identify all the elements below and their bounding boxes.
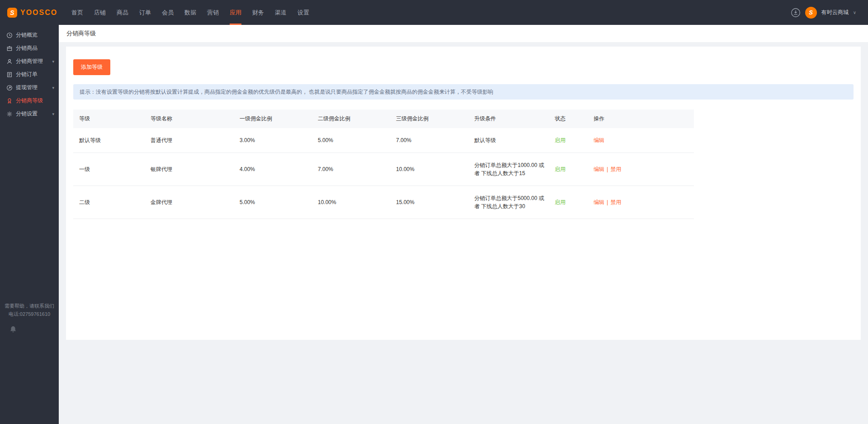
top-nav-item[interactable]: 会员 — [156, 0, 179, 25]
grade-icon — [6, 98, 13, 104]
main-content: 分销商等级 添加等级 提示：没有设置等级的分销将按默认设置计算提成，商品指定的佣… — [59, 25, 868, 424]
table-row: 一级银牌代理4.00%7.00%10.00%分销订单总额大于1000.00 或者… — [73, 153, 694, 186]
download-icon[interactable] — [791, 8, 801, 18]
top-nav-item[interactable]: 财务 — [247, 0, 269, 25]
help-text: 需要帮助，请联系我们 — [0, 302, 59, 310]
top-nav-item[interactable]: 商品 — [111, 0, 134, 25]
table-cell: 银牌代理 — [147, 153, 236, 186]
table-cell: 金牌代理 — [147, 186, 236, 219]
top-nav: 首页店铺商品订单会员数据营销应用财务渠道设置 — [66, 0, 315, 25]
sidebar-item[interactable]: 分销订单 — [0, 68, 59, 81]
table-cell: 15.00% — [392, 186, 471, 219]
page-title: 分销商等级 — [66, 30, 96, 37]
edit-link[interactable]: 编辑 — [594, 166, 604, 172]
edit-link[interactable]: 编辑 — [594, 199, 604, 205]
table-cell: 10.00% — [314, 186, 392, 219]
table-row: 二级金牌代理5.00%10.00%15.00%分销订单总额大于5000.00 或… — [73, 186, 694, 219]
table-row: 默认等级普通代理3.00%5.00%7.00%默认等级启用编辑 — [73, 128, 694, 153]
sidebar-item-label: 分销商等级 — [16, 97, 43, 105]
top-nav-item[interactable]: 首页 — [66, 0, 89, 25]
status-badge: 启用 — [555, 137, 566, 143]
table-cell: 10.00% — [392, 153, 471, 186]
sidebar-item[interactable]: 分销概览 — [0, 29, 59, 42]
table-cell: 分销订单总额大于1000.00 或者 下线总人数大于15 — [471, 153, 551, 186]
disable-link[interactable]: 禁用 — [610, 166, 621, 172]
sidebar-item[interactable]: 分销设置▾ — [0, 107, 59, 120]
chevron-down-icon: ▾ — [52, 59, 54, 64]
gear-icon — [6, 111, 13, 117]
table-cell-actions: 编辑 — [590, 128, 694, 153]
table-header-cell: 状态 — [551, 110, 590, 128]
sidebar-item-label: 分销设置 — [16, 110, 38, 118]
table-cell-status: 启用 — [551, 186, 590, 219]
brand-logo-text: YOOSCO — [20, 9, 57, 17]
topbar: S YOOSCO 首页店铺商品订单会员数据营销应用财务渠道设置 S 有时云商城 … — [0, 0, 868, 25]
top-nav-item[interactable]: 营销 — [202, 0, 224, 25]
table-head: 等级等级名称一级佣金比例二级佣金比例三级佣金比例升级条件状态操作 — [73, 110, 694, 128]
bell-icon[interactable] — [9, 325, 17, 333]
table-cell-actions: 编辑|禁用 — [590, 153, 694, 186]
table-cell: 普通代理 — [147, 128, 236, 153]
avatar[interactable]: S — [805, 7, 817, 19]
table-cell: 7.00% — [392, 128, 471, 153]
table-cell: 一级 — [73, 153, 147, 186]
table-header-cell: 升级条件 — [471, 110, 551, 128]
top-nav-item[interactable]: 数据 — [179, 0, 202, 25]
help-phone: 电话:02759761610 — [0, 310, 59, 318]
chevron-down-icon[interactable]: ∨ — [853, 10, 856, 15]
top-nav-item[interactable]: 订单 — [134, 0, 156, 25]
table-cell: 默认等级 — [73, 128, 147, 153]
account-name[interactable]: 有时云商城 — [821, 9, 849, 16]
table-header-cell: 三级佣金比例 — [392, 110, 471, 128]
table-cell: 7.00% — [314, 153, 392, 186]
disable-link[interactable]: 禁用 — [610, 199, 621, 205]
table-header-cell: 一级佣金比例 — [236, 110, 314, 128]
goods-icon — [6, 45, 13, 52]
brand-logo[interactable]: S YOOSCO — [0, 8, 59, 18]
table-header-cell: 等级 — [73, 110, 147, 128]
topbar-right: S 有时云商城 ∨ — [791, 7, 868, 19]
sidebar-item[interactable]: 分销商品 — [0, 42, 59, 55]
brand-logo-icon: S — [7, 8, 17, 18]
table-cell: 3.00% — [236, 128, 314, 153]
order-icon — [6, 71, 13, 78]
tip-banner: 提示：没有设置等级的分销将按默认设置计算提成，商品指定的佣金金额的优先级仍是最高… — [73, 84, 854, 100]
sidebar-menu: 分销概览分销商品分销商管理▾分销订单提现管理▾分销商等级分销设置▾ — [0, 25, 59, 120]
table-cell-status: 启用 — [551, 153, 590, 186]
sidebar-item-label: 分销订单 — [16, 71, 38, 78]
table-cell: 二级 — [73, 186, 147, 219]
chevron-down-icon: ▾ — [52, 86, 54, 90]
table-body: 默认等级普通代理3.00%5.00%7.00%默认等级启用编辑一级银牌代理4.0… — [73, 128, 694, 219]
table-cell: 5.00% — [314, 128, 392, 153]
sidebar-item[interactable]: 分销商管理▾ — [0, 55, 59, 68]
layout: 分销概览分销商品分销商管理▾分销订单提现管理▾分销商等级分销设置▾ 需要帮助，请… — [0, 25, 868, 424]
action-separator: | — [607, 166, 608, 172]
sidebar-item-label: 提现管理 — [16, 84, 38, 91]
sidebar-help: 需要帮助，请联系我们 电话:02759761610 — [0, 302, 59, 333]
users-icon — [6, 58, 13, 65]
edit-link[interactable]: 编辑 — [594, 137, 604, 143]
table-cell-status: 启用 — [551, 128, 590, 153]
sidebar-item[interactable]: 提现管理▾ — [0, 81, 59, 94]
table-header-cell: 操作 — [590, 110, 694, 128]
chevron-down-icon: ▾ — [52, 112, 54, 116]
page-titlebar: 分销商等级 — [59, 25, 868, 42]
withdraw-icon — [6, 85, 13, 91]
clock-icon — [6, 32, 13, 38]
sidebar-item-label: 分销概览 — [16, 31, 38, 39]
content-card: 添加等级 提示：没有设置等级的分销将按默认设置计算提成，商品指定的佣金金额的优先… — [66, 47, 861, 340]
status-badge: 启用 — [555, 166, 566, 172]
top-nav-item[interactable]: 店铺 — [89, 0, 111, 25]
sidebar-item-label: 分销商管理 — [16, 57, 43, 65]
table-cell: 5.00% — [236, 186, 314, 219]
add-level-button[interactable]: 添加等级 — [73, 59, 110, 75]
table-header-cell: 等级名称 — [147, 110, 236, 128]
table-header-row: 等级等级名称一级佣金比例二级佣金比例三级佣金比例升级条件状态操作 — [73, 110, 694, 128]
table-cell: 分销订单总额大于5000.00 或者 下线总人数大于30 — [471, 186, 551, 219]
sidebar: 分销概览分销商品分销商管理▾分销订单提现管理▾分销商等级分销设置▾ 需要帮助，请… — [0, 25, 59, 424]
top-nav-item[interactable]: 应用 — [224, 0, 247, 25]
top-nav-item[interactable]: 渠道 — [269, 0, 292, 25]
sidebar-item-label: 分销商品 — [16, 44, 38, 52]
sidebar-item[interactable]: 分销商等级 — [0, 94, 59, 107]
top-nav-item[interactable]: 设置 — [292, 0, 315, 25]
